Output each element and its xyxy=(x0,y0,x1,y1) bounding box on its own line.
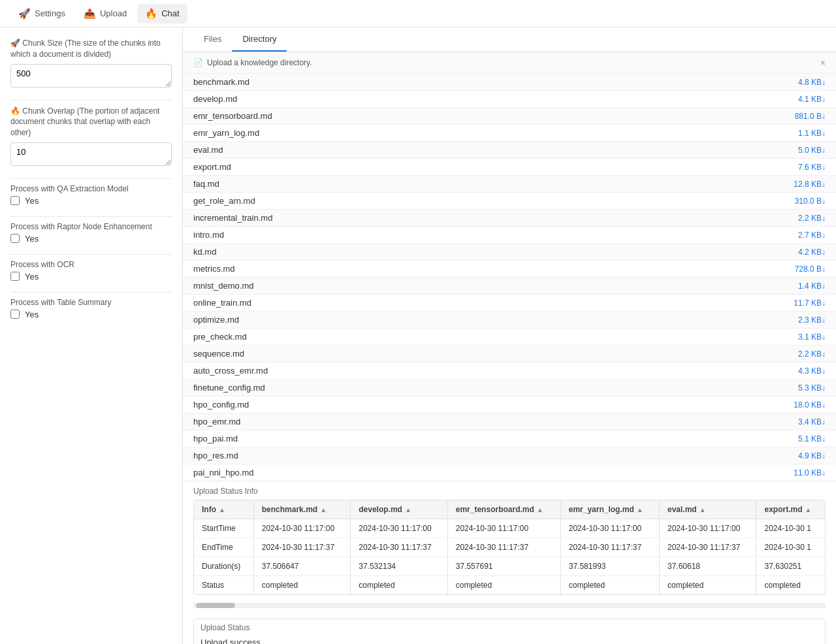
file-name: sequence.md xyxy=(193,349,244,359)
file-name: faq.md xyxy=(193,179,219,189)
table-cell: 2024-10-30 11:17:37 xyxy=(659,538,756,557)
table-cell: 2024-10-30 1 xyxy=(756,519,825,538)
qa-extraction-label: Process with QA Extraction Model xyxy=(10,184,172,193)
list-item: optimize.md2.3 KB↓ xyxy=(183,312,836,329)
status-table: Info▲benchmark.md▲develop.md▲emr_tensorb… xyxy=(194,500,825,594)
file-name: eval.md xyxy=(193,145,223,155)
table-column-header[interactable]: Info▲ xyxy=(194,500,253,519)
upload-bar: 📄 Upload a knowledge directory. × xyxy=(183,52,836,74)
main-layout: 🚀 Chunk Size (The size of the chunks int… xyxy=(0,27,836,644)
raptor-checkbox[interactable] xyxy=(10,234,20,243)
sidebar: 🚀 Chunk Size (The size of the chunks int… xyxy=(0,27,183,644)
table-column-header[interactable]: export.md▲ xyxy=(756,500,825,519)
file-size: 1.1 KB↓ xyxy=(798,129,826,138)
file-size: 12.8 KB↓ xyxy=(794,180,826,189)
qa-extraction-section: Process with QA Extraction Model Yes xyxy=(10,184,172,206)
file-name: hpo_emr.md xyxy=(193,417,240,427)
list-item: hpo_res.md4.9 KB↓ xyxy=(183,447,836,464)
table-cell: 2024-10-30 11:17:37 xyxy=(560,538,659,557)
file-name: online_train.md xyxy=(193,298,251,308)
chunk-overlap-input[interactable]: 10 xyxy=(10,142,172,166)
status-section-label: Upload Status Info xyxy=(193,487,826,496)
file-size: 5.1 KB↓ xyxy=(798,434,826,443)
file-size: 2.3 KB↓ xyxy=(798,315,826,325)
chunk-size-input[interactable]: 500 xyxy=(10,64,172,88)
table-cell: 37.532134 xyxy=(351,557,448,576)
file-icon: 📄 xyxy=(193,58,203,67)
nav-tab-settings[interactable]: 🚀 Settings xyxy=(10,4,73,24)
table-cell: 37.630251 xyxy=(756,557,825,576)
table-summary-section: Process with Table Summary Yes xyxy=(10,298,172,319)
upload-status-section: Upload Status Upload success. xyxy=(183,616,836,644)
file-size: 4.3 KB↓ xyxy=(798,366,826,376)
file-name: intro.md xyxy=(193,230,224,240)
list-item: metrics.md728.0 B↓ xyxy=(183,261,836,278)
list-item: kd.md4.2 KB↓ xyxy=(183,244,836,261)
chunk-size-section: 🚀 Chunk Size (The size of the chunks int… xyxy=(10,38,172,89)
table-summary-checkbox[interactable] xyxy=(10,310,20,319)
file-size: 5.3 KB↓ xyxy=(798,383,826,393)
sort-icon: ▲ xyxy=(637,506,643,513)
qa-extraction-yes: Yes xyxy=(25,196,39,206)
raptor-yes: Yes xyxy=(25,234,39,244)
list-item: incremental_train.md2.2 KB↓ xyxy=(183,210,836,227)
chunk-overlap-section: 🔥 Chunk Overlap (The portion of adjacent… xyxy=(10,106,172,168)
table-column-header[interactable]: eval.md▲ xyxy=(659,500,756,519)
list-item: hpo_config.md18.0 KB↓ xyxy=(183,396,836,413)
table-column-header[interactable]: benchmark.md▲ xyxy=(253,500,351,519)
file-size: 11.0 KB↓ xyxy=(794,468,826,477)
table-summary-yes: Yes xyxy=(25,310,39,319)
upload-label: Upload xyxy=(100,8,127,18)
table-row: Statuscompletedcompletedcompletedcomplet… xyxy=(194,576,825,595)
file-size: 881.0 B↓ xyxy=(795,112,826,121)
top-nav: 🚀 Settings 📤 Upload 🔥 Chat xyxy=(0,0,836,27)
nav-tab-upload[interactable]: 📤 Upload xyxy=(76,4,135,24)
table-cell: 2024-10-30 11:17:00 xyxy=(659,519,756,538)
file-size: 2.2 KB↓ xyxy=(798,214,826,223)
table-cell: completed xyxy=(447,576,560,595)
table-row: Duration(s)37.50664737.53213437.55769137… xyxy=(194,557,825,576)
table-column-header[interactable]: emr_yarn_log.md▲ xyxy=(560,500,659,519)
table-column-header[interactable]: emr_tensorboard.md▲ xyxy=(447,500,560,519)
nav-tab-chat[interactable]: 🔥 Chat xyxy=(137,4,187,24)
ocr-yes: Yes xyxy=(25,272,39,282)
status-table-wrapper[interactable]: Info▲benchmark.md▲develop.md▲emr_tensorb… xyxy=(193,500,826,595)
table-scroll-bar[interactable] xyxy=(193,603,826,608)
table-summary-label: Process with Table Summary xyxy=(10,298,172,307)
tab-directory[interactable]: Directory xyxy=(232,27,287,52)
file-size: 4.8 KB↓ xyxy=(798,78,826,87)
table-summary-row: Yes xyxy=(10,310,172,319)
list-item: sequence.md2.2 KB↓ xyxy=(183,346,836,362)
settings-icon: 🚀 xyxy=(18,8,31,20)
table-cell: completed xyxy=(756,576,825,595)
tab-files-label: Files xyxy=(204,34,221,44)
upload-status-box: Upload Status Upload success. xyxy=(193,619,826,644)
tab-files[interactable]: Files xyxy=(193,27,232,52)
file-size: 2.2 KB↓ xyxy=(798,349,826,359)
upload-status-label: Upload Status xyxy=(194,619,825,634)
chat-icon: 🔥 xyxy=(145,8,157,20)
file-name: emr_tensorboard.md xyxy=(193,111,272,121)
file-size: 5.0 KB↓ xyxy=(798,146,826,155)
file-name: hpo_pai.md xyxy=(193,434,238,443)
table-cell: 2024-10-30 11:17:00 xyxy=(253,519,351,538)
file-size: 4.9 KB↓ xyxy=(798,451,826,460)
tab-bar: Files Directory xyxy=(183,27,836,52)
upload-directory-button[interactable]: 📄 Upload a knowledge directory. xyxy=(193,58,312,67)
table-cell: completed xyxy=(351,576,448,595)
file-size: 728.0 B↓ xyxy=(795,265,826,274)
file-name: emr_yarn_log.md xyxy=(193,128,259,138)
upload-btn-label: Upload a knowledge directory. xyxy=(207,58,312,67)
ocr-checkbox[interactable] xyxy=(10,272,20,281)
upload-status-content: Upload success. xyxy=(194,634,825,644)
chunk-overlap-label: 🔥 Chunk Overlap (The portion of adjacent… xyxy=(10,106,172,138)
qa-extraction-checkbox[interactable] xyxy=(10,196,20,205)
table-cell: 37.506647 xyxy=(253,557,351,576)
table-column-header[interactable]: develop.md▲ xyxy=(351,500,448,519)
upload-icon: 📤 xyxy=(84,8,96,20)
list-item: hpo_pai.md5.1 KB↓ xyxy=(183,430,836,447)
close-button[interactable]: × xyxy=(820,57,826,68)
file-name: get_role_arn.md xyxy=(193,196,255,206)
table-cell: Status xyxy=(194,576,253,595)
divider-5 xyxy=(10,292,172,293)
